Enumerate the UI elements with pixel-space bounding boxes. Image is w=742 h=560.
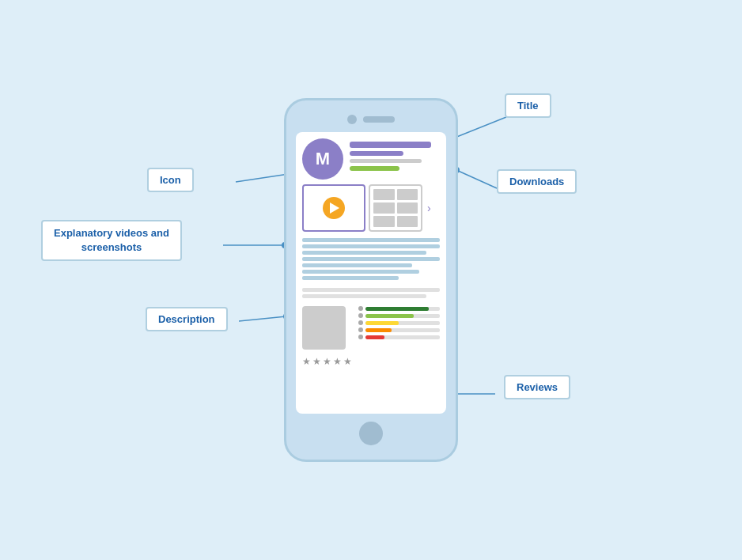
stars-row: ★ ★ ★ ★ ★ [302,356,352,367]
thumb-block-4 [397,202,418,214]
rating-row-3 [358,320,440,325]
rating-bg-1 [365,335,440,339]
label-reviews: Reviews [504,375,570,399]
label-icon: Icon [147,168,194,192]
rating-bars [358,306,440,367]
app-info [350,138,440,171]
subtitle-bar [350,151,403,156]
rating-dot-2 [358,327,363,332]
thumb-block-2 [397,189,418,200]
meta-bar-1 [350,159,422,163]
phone-speaker [363,116,395,123]
label-title: Title [505,93,551,118]
rating-dot-3 [358,320,363,325]
desc-line-9 [302,294,426,298]
title-bar [350,142,431,148]
play-button[interactable] [323,197,345,219]
review-image [302,306,346,350]
rating-dot-5 [358,306,363,311]
screenshots-row: › [302,184,440,232]
star-5: ★ [343,356,352,367]
phone-screen: M [296,132,446,414]
phone-home-button [359,422,383,445]
explanatory-text: Explanatory videos andscreenshots [54,227,169,253]
thumb-block-6 [397,216,418,227]
rating-dot-1 [358,335,363,339]
rating-bg-2 [365,328,440,332]
rating-bg-5 [365,307,440,311]
star-3: ★ [323,356,331,367]
app-header: M [302,138,440,180]
desc-line-4 [302,257,440,261]
diagram-container: M [0,0,742,560]
rating-row-1 [358,335,440,339]
rating-bg-4 [365,314,440,318]
star-2: ★ [312,356,321,367]
label-explanatory: Explanatory videos andscreenshots [41,220,182,261]
desc-line-3 [302,251,426,255]
star-1: ★ [302,356,311,367]
label-description: Description [146,307,228,331]
desc-line-1 [302,238,440,242]
rating-row-4 [358,313,440,318]
desc-line-6 [302,270,419,274]
rating-fill-2 [365,328,392,332]
downloads-bar [350,166,399,171]
app-icon: M [302,138,343,180]
phone-top-bar [347,115,395,124]
rating-fill-5 [365,307,429,311]
label-downloads: Downloads [497,169,577,194]
thumb-block-1 [373,189,395,200]
phone-camera [347,115,357,124]
video-thumbnail [302,184,365,232]
thumb-block-3 [373,202,395,214]
rating-row-5 [358,306,440,311]
reviews-section: ★ ★ ★ ★ ★ [302,306,440,367]
thumb-block-5 [373,216,395,227]
star-4: ★ [333,356,342,367]
desc-line-7 [302,276,399,280]
svg-line-8 [239,316,286,321]
rating-fill-3 [365,321,399,325]
desc-line-5 [302,263,412,267]
chevron-right-icon[interactable]: › [427,202,431,214]
screenshot-thumbnail [369,184,422,232]
rating-dot-4 [358,313,363,318]
desc-line-8 [302,288,440,292]
rating-row-2 [358,327,440,332]
desc-line-2 [302,244,440,248]
rating-bg-3 [365,321,440,325]
svg-line-2 [456,170,497,188]
description-section [302,238,440,298]
rating-fill-1 [365,335,384,339]
phone-mockup: M [284,98,458,462]
rating-fill-4 [365,314,414,318]
play-icon [330,202,339,214]
